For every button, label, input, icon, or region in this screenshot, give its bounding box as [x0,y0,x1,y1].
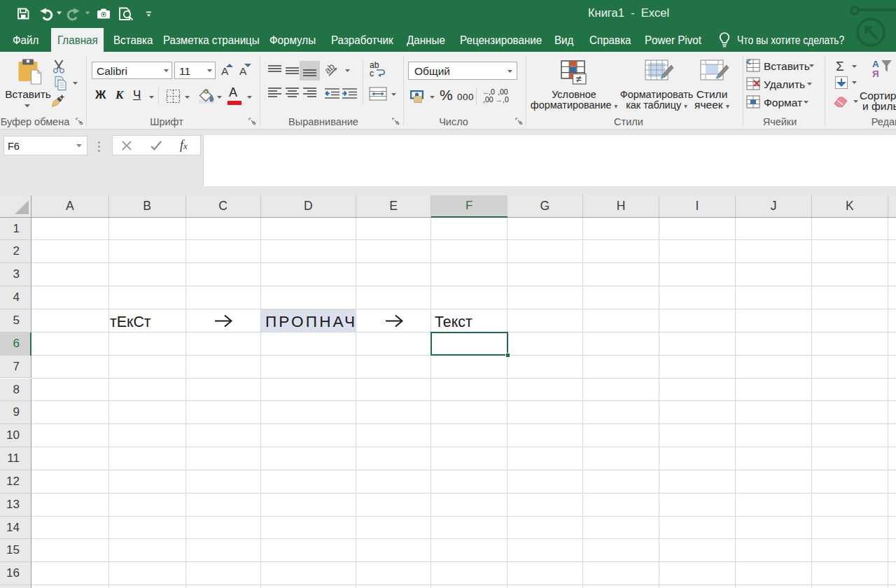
svg-text:,00: ,00 [483,95,493,104]
svg-text:c: c [370,69,374,78]
svg-text:Я: Я [872,69,879,79]
svg-text:,0: ,0 [503,95,509,104]
svg-text:≠: ≠ [576,73,582,85]
svg-text:А: А [872,59,879,69]
svg-text:→: → [495,95,503,104]
